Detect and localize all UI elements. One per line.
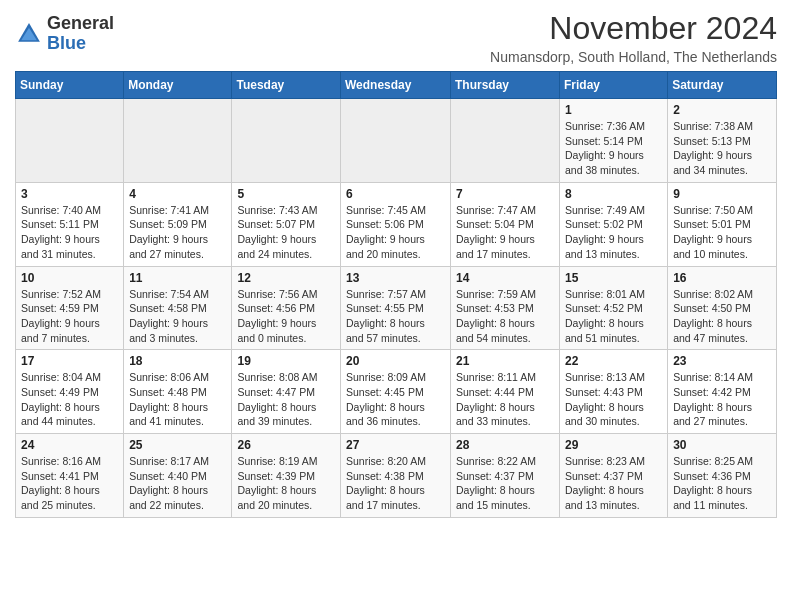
week-row-1: 1Sunrise: 7:36 AM Sunset: 5:14 PM Daylig… [16,99,777,183]
month-title: November 2024 [490,10,777,47]
day-number: 12 [237,271,335,285]
day-info: Sunrise: 7:40 AM Sunset: 5:11 PM Dayligh… [21,203,118,262]
calendar-cell: 25Sunrise: 8:17 AM Sunset: 4:40 PM Dayli… [124,434,232,518]
day-number: 15 [565,271,662,285]
day-number: 28 [456,438,554,452]
day-info: Sunrise: 8:16 AM Sunset: 4:41 PM Dayligh… [21,454,118,513]
day-info: Sunrise: 7:52 AM Sunset: 4:59 PM Dayligh… [21,287,118,346]
calendar-cell [341,99,451,183]
calendar-cell: 28Sunrise: 8:22 AM Sunset: 4:37 PM Dayli… [451,434,560,518]
day-info: Sunrise: 7:59 AM Sunset: 4:53 PM Dayligh… [456,287,554,346]
calendar-cell: 16Sunrise: 8:02 AM Sunset: 4:50 PM Dayli… [668,266,777,350]
calendar-body: 1Sunrise: 7:36 AM Sunset: 5:14 PM Daylig… [16,99,777,518]
day-info: Sunrise: 8:20 AM Sunset: 4:38 PM Dayligh… [346,454,445,513]
calendar-cell: 10Sunrise: 7:52 AM Sunset: 4:59 PM Dayli… [16,266,124,350]
day-number: 21 [456,354,554,368]
calendar-cell: 3Sunrise: 7:40 AM Sunset: 5:11 PM Daylig… [16,182,124,266]
calendar-cell: 23Sunrise: 8:14 AM Sunset: 4:42 PM Dayli… [668,350,777,434]
day-number: 24 [21,438,118,452]
day-number: 29 [565,438,662,452]
week-row-4: 17Sunrise: 8:04 AM Sunset: 4:49 PM Dayli… [16,350,777,434]
logo: General Blue [15,14,114,54]
calendar-cell: 17Sunrise: 8:04 AM Sunset: 4:49 PM Dayli… [16,350,124,434]
header: General Blue November 2024 Numansdorp, S… [15,10,777,65]
day-info: Sunrise: 8:02 AM Sunset: 4:50 PM Dayligh… [673,287,771,346]
day-info: Sunrise: 7:57 AM Sunset: 4:55 PM Dayligh… [346,287,445,346]
day-info: Sunrise: 7:45 AM Sunset: 5:06 PM Dayligh… [346,203,445,262]
calendar-cell: 5Sunrise: 7:43 AM Sunset: 5:07 PM Daylig… [232,182,341,266]
day-number: 19 [237,354,335,368]
day-info: Sunrise: 8:25 AM Sunset: 4:36 PM Dayligh… [673,454,771,513]
day-number: 3 [21,187,118,201]
weekday-thursday: Thursday [451,72,560,99]
weekday-wednesday: Wednesday [341,72,451,99]
day-number: 6 [346,187,445,201]
calendar: SundayMondayTuesdayWednesdayThursdayFrid… [15,71,777,518]
day-number: 16 [673,271,771,285]
day-number: 22 [565,354,662,368]
day-number: 25 [129,438,226,452]
calendar-cell [124,99,232,183]
day-number: 27 [346,438,445,452]
day-number: 8 [565,187,662,201]
weekday-monday: Monday [124,72,232,99]
day-info: Sunrise: 7:38 AM Sunset: 5:13 PM Dayligh… [673,119,771,178]
calendar-cell [232,99,341,183]
weekday-sunday: Sunday [16,72,124,99]
subtitle: Numansdorp, South Holland, The Netherlan… [490,49,777,65]
calendar-cell: 15Sunrise: 8:01 AM Sunset: 4:52 PM Dayli… [560,266,668,350]
day-info: Sunrise: 7:43 AM Sunset: 5:07 PM Dayligh… [237,203,335,262]
title-area: November 2024 Numansdorp, South Holland,… [490,10,777,65]
day-number: 2 [673,103,771,117]
calendar-cell [451,99,560,183]
logo-general: General [47,13,114,33]
day-info: Sunrise: 8:23 AM Sunset: 4:37 PM Dayligh… [565,454,662,513]
day-number: 11 [129,271,226,285]
calendar-cell: 19Sunrise: 8:08 AM Sunset: 4:47 PM Dayli… [232,350,341,434]
day-number: 13 [346,271,445,285]
day-info: Sunrise: 8:04 AM Sunset: 4:49 PM Dayligh… [21,370,118,429]
day-info: Sunrise: 8:01 AM Sunset: 4:52 PM Dayligh… [565,287,662,346]
day-number: 7 [456,187,554,201]
day-info: Sunrise: 7:36 AM Sunset: 5:14 PM Dayligh… [565,119,662,178]
day-info: Sunrise: 7:49 AM Sunset: 5:02 PM Dayligh… [565,203,662,262]
calendar-cell: 9Sunrise: 7:50 AM Sunset: 5:01 PM Daylig… [668,182,777,266]
day-info: Sunrise: 8:22 AM Sunset: 4:37 PM Dayligh… [456,454,554,513]
day-number: 4 [129,187,226,201]
day-info: Sunrise: 8:17 AM Sunset: 4:40 PM Dayligh… [129,454,226,513]
calendar-cell: 14Sunrise: 7:59 AM Sunset: 4:53 PM Dayli… [451,266,560,350]
calendar-cell: 21Sunrise: 8:11 AM Sunset: 4:44 PM Dayli… [451,350,560,434]
calendar-cell: 22Sunrise: 8:13 AM Sunset: 4:43 PM Dayli… [560,350,668,434]
calendar-cell: 4Sunrise: 7:41 AM Sunset: 5:09 PM Daylig… [124,182,232,266]
day-number: 18 [129,354,226,368]
calendar-cell: 26Sunrise: 8:19 AM Sunset: 4:39 PM Dayli… [232,434,341,518]
weekday-saturday: Saturday [668,72,777,99]
day-info: Sunrise: 7:56 AM Sunset: 4:56 PM Dayligh… [237,287,335,346]
day-number: 5 [237,187,335,201]
day-number: 14 [456,271,554,285]
calendar-cell: 7Sunrise: 7:47 AM Sunset: 5:04 PM Daylig… [451,182,560,266]
calendar-cell: 2Sunrise: 7:38 AM Sunset: 5:13 PM Daylig… [668,99,777,183]
logo-icon [15,20,43,48]
day-number: 9 [673,187,771,201]
week-row-5: 24Sunrise: 8:16 AM Sunset: 4:41 PM Dayli… [16,434,777,518]
week-row-2: 3Sunrise: 7:40 AM Sunset: 5:11 PM Daylig… [16,182,777,266]
calendar-cell: 11Sunrise: 7:54 AM Sunset: 4:58 PM Dayli… [124,266,232,350]
calendar-cell: 1Sunrise: 7:36 AM Sunset: 5:14 PM Daylig… [560,99,668,183]
day-number: 23 [673,354,771,368]
weekday-tuesday: Tuesday [232,72,341,99]
calendar-cell: 12Sunrise: 7:56 AM Sunset: 4:56 PM Dayli… [232,266,341,350]
day-info: Sunrise: 7:54 AM Sunset: 4:58 PM Dayligh… [129,287,226,346]
day-info: Sunrise: 8:09 AM Sunset: 4:45 PM Dayligh… [346,370,445,429]
day-info: Sunrise: 8:11 AM Sunset: 4:44 PM Dayligh… [456,370,554,429]
calendar-cell: 20Sunrise: 8:09 AM Sunset: 4:45 PM Dayli… [341,350,451,434]
logo-text: General Blue [47,14,114,54]
day-info: Sunrise: 8:19 AM Sunset: 4:39 PM Dayligh… [237,454,335,513]
calendar-cell: 8Sunrise: 7:49 AM Sunset: 5:02 PM Daylig… [560,182,668,266]
day-number: 20 [346,354,445,368]
calendar-cell: 24Sunrise: 8:16 AM Sunset: 4:41 PM Dayli… [16,434,124,518]
day-number: 26 [237,438,335,452]
calendar-cell: 13Sunrise: 7:57 AM Sunset: 4:55 PM Dayli… [341,266,451,350]
weekday-friday: Friday [560,72,668,99]
calendar-cell: 27Sunrise: 8:20 AM Sunset: 4:38 PM Dayli… [341,434,451,518]
